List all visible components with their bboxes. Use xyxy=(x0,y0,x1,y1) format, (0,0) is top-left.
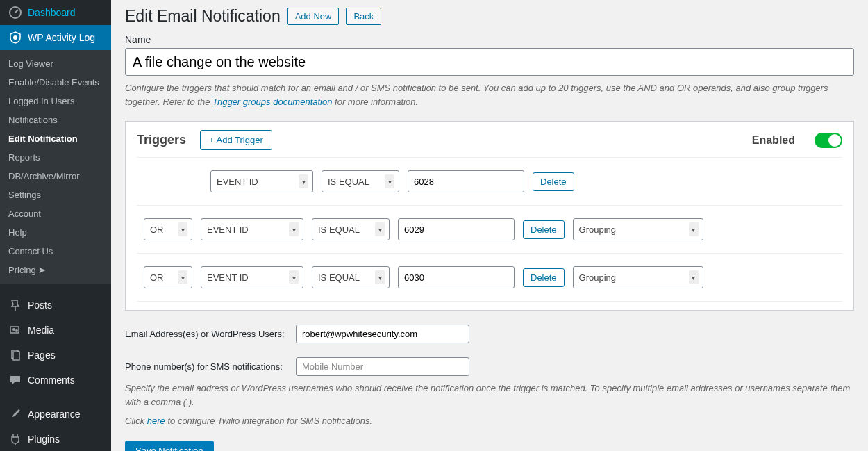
delete-trigger-button[interactable]: Delete xyxy=(523,268,565,287)
shield-icon xyxy=(8,31,22,44)
grouping-select[interactable]: Grouping xyxy=(573,218,703,240)
notification-name-input[interactable] xyxy=(125,48,854,76)
comment-icon xyxy=(8,373,22,387)
config-help-text: Configure the triggers that should match… xyxy=(125,81,854,108)
sub-settings[interactable]: Settings xyxy=(0,186,111,204)
sidebar-item-label: WP Activity Log xyxy=(28,32,95,43)
add-new-button[interactable]: Add New xyxy=(287,8,340,25)
sub-edit-notification[interactable]: Edit Notification xyxy=(0,129,111,148)
trigger-groups-docs-link[interactable]: Trigger groups documentation xyxy=(212,97,332,107)
sidebar-item-wp-activity-log[interactable]: WP Activity Log xyxy=(0,25,111,50)
admin-sidebar: Dashboard WP Activity Log Log Viewer Ena… xyxy=(0,0,111,451)
sidebar-item-label: Media xyxy=(28,325,54,336)
svg-point-1 xyxy=(13,35,17,40)
operator-select[interactable]: OR xyxy=(144,266,192,288)
twilio-config-link[interactable]: here xyxy=(147,416,165,426)
sub-logged-in-users[interactable]: Logged In Users xyxy=(0,92,111,110)
delete-trigger-button[interactable]: Delete xyxy=(533,172,574,191)
sidebar-item-dashboard[interactable]: Dashboard xyxy=(0,0,111,25)
trigger-row: OR EVENT ID IS EQUAL Delete Grouping xyxy=(137,206,842,254)
sidebar-item-media[interactable]: Media xyxy=(0,318,111,343)
delete-trigger-button[interactable]: Delete xyxy=(523,220,565,239)
trigger-row: EVENT ID IS EQUAL Delete xyxy=(137,158,842,206)
sub-db-archive-mirror[interactable]: DB/Archive/Mirror xyxy=(0,167,111,186)
name-label: Name xyxy=(125,34,854,45)
enabled-label: Enabled xyxy=(752,134,795,147)
sidebar-submenu: Log Viewer Enable/Disable Events Logged … xyxy=(0,50,111,284)
triggers-panel: Triggers + Add Trigger Enabled EVENT ID … xyxy=(125,121,854,311)
sub-log-viewer[interactable]: Log Viewer xyxy=(0,54,111,73)
sub-help[interactable]: Help xyxy=(0,223,111,242)
media-icon xyxy=(8,323,22,337)
svg-rect-6 xyxy=(13,352,19,360)
sidebar-item-posts[interactable]: Posts xyxy=(0,293,111,318)
operator-select[interactable]: OR xyxy=(144,218,192,240)
event-id-input[interactable] xyxy=(408,170,524,192)
compare-select[interactable]: IS EQUAL xyxy=(312,266,390,288)
compare-select[interactable]: IS EQUAL xyxy=(312,218,390,240)
trigger-rows: EVENT ID IS EQUAL Delete OR EVENT ID IS … xyxy=(137,157,842,302)
phone-label: Phone number(s) for SMS notifications: xyxy=(125,361,287,372)
compare-select[interactable]: IS EQUAL xyxy=(322,170,399,192)
sub-notifications[interactable]: Notifications xyxy=(0,110,111,129)
dashboard-icon xyxy=(8,6,22,19)
sidebar-item-label: Dashboard xyxy=(28,7,76,18)
sub-account[interactable]: Account xyxy=(0,204,111,223)
page-icon xyxy=(8,348,22,362)
trigger-row: OR EVENT ID IS EQUAL Delete Grouping xyxy=(137,254,842,302)
recipients-note: Specify the email address or WordPress u… xyxy=(125,382,854,409)
sidebar-item-label: Plugins xyxy=(28,434,60,445)
email-input[interactable] xyxy=(296,325,469,343)
back-button[interactable]: Back xyxy=(346,8,381,25)
page-title: Edit Email Notification xyxy=(125,7,281,26)
field-select[interactable]: EVENT ID xyxy=(201,218,303,240)
twilio-note: Click here to configure Twilio integrati… xyxy=(125,414,854,428)
sidebar-item-pages[interactable]: Pages xyxy=(0,343,111,368)
field-select[interactable]: EVENT ID xyxy=(210,170,313,192)
triggers-title: Triggers xyxy=(137,133,186,147)
svg-point-3 xyxy=(12,328,15,331)
enabled-toggle[interactable] xyxy=(815,133,842,148)
field-select[interactable]: EVENT ID xyxy=(201,266,303,288)
sidebar-item-label: Posts xyxy=(28,300,52,311)
sidebar-item-label: Pages xyxy=(28,350,56,361)
sidebar-item-plugins[interactable]: Plugins xyxy=(0,427,111,451)
save-notification-button[interactable]: Save Notification xyxy=(125,441,214,452)
grouping-select[interactable]: Grouping xyxy=(573,266,703,288)
sub-pricing[interactable]: Pricing ➤ xyxy=(0,261,111,279)
pin-icon xyxy=(8,298,22,312)
svg-point-4 xyxy=(15,329,18,332)
sidebar-item-appearance[interactable]: Appearance xyxy=(0,402,111,427)
email-label: Email Address(es) or WordPress Users: xyxy=(125,329,287,339)
sidebar-item-label: Comments xyxy=(28,375,75,386)
event-id-input[interactable] xyxy=(398,266,515,288)
main-content: Edit Email Notification Add New Back Nam… xyxy=(111,0,868,451)
phone-input[interactable] xyxy=(296,357,469,376)
add-trigger-button[interactable]: + Add Trigger xyxy=(200,130,272,150)
sidebar-item-comments[interactable]: Comments xyxy=(0,368,111,393)
sub-contact-us[interactable]: Contact Us xyxy=(0,242,111,261)
sub-enable-disable[interactable]: Enable/Disable Events xyxy=(0,73,111,92)
sidebar-item-label: Appearance xyxy=(28,409,81,420)
sub-reports[interactable]: Reports xyxy=(0,148,111,167)
event-id-input[interactable] xyxy=(398,218,515,240)
plug-icon xyxy=(8,432,22,446)
brush-icon xyxy=(8,407,22,421)
